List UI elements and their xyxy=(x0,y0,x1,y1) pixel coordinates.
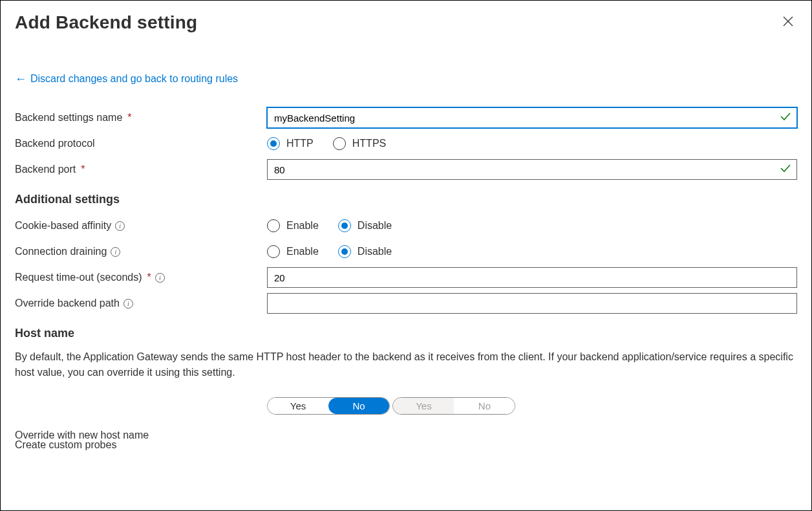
radio-disable-label: Disable xyxy=(358,246,392,257)
toggle-yes-disabled: Yes xyxy=(393,398,454,414)
required-asterisk: * xyxy=(81,164,85,175)
required-asterisk: * xyxy=(127,112,131,124)
heading-additional-settings: Additional settings xyxy=(15,193,797,206)
toggle-no-disabled: No xyxy=(454,398,515,414)
info-icon[interactable]: i xyxy=(155,273,165,283)
backend-protocol-radio-group: HTTP HTTPS xyxy=(267,137,386,150)
radio-dot-icon xyxy=(338,245,351,258)
info-icon[interactable]: i xyxy=(111,247,120,257)
request-timeout-input[interactable] xyxy=(267,267,797,288)
override-backend-path-input[interactable] xyxy=(267,293,797,314)
radio-enable-label: Enable xyxy=(286,246,319,257)
radio-https[interactable]: HTTPS xyxy=(333,137,386,150)
label-connection-draining: Connection draining xyxy=(15,246,107,257)
heading-host-name: Host name xyxy=(15,327,797,340)
hostname-description: By default, the Application Gateway send… xyxy=(15,349,797,380)
radio-http-label: HTTP xyxy=(286,138,314,149)
radio-dot-icon xyxy=(267,137,280,150)
label-override-backend-path: Override backend path xyxy=(15,298,120,309)
radio-http[interactable]: HTTP xyxy=(267,137,314,150)
radio-dot-icon xyxy=(267,245,280,258)
radio-https-label: HTTPS xyxy=(352,138,386,149)
radio-cookie-enable[interactable]: Enable xyxy=(267,219,319,232)
radio-disable-label: Disable xyxy=(358,220,392,232)
label-request-timeout: Request time-out (seconds) xyxy=(15,272,142,283)
close-button[interactable] xyxy=(779,12,797,30)
override-hostname-toggle: Yes No xyxy=(267,397,390,415)
cookie-affinity-radio-group: Enable Disable xyxy=(267,219,392,232)
backend-port-input[interactable] xyxy=(267,159,797,180)
radio-dot-icon xyxy=(267,219,280,232)
label-backend-port: Backend port xyxy=(15,164,76,175)
label-create-custom-probes: Create custom probes xyxy=(15,439,116,451)
radio-drain-enable[interactable]: Enable xyxy=(267,245,319,258)
radio-dot-icon xyxy=(333,137,346,150)
close-icon xyxy=(783,16,793,27)
toggle-yes[interactable]: Yes xyxy=(268,398,328,414)
discard-back-link[interactable]: ← Discard changes and go back to routing… xyxy=(15,73,238,85)
radio-drain-disable[interactable]: Disable xyxy=(338,245,392,258)
radio-enable-label: Enable xyxy=(286,220,319,232)
radio-cookie-disable[interactable]: Disable xyxy=(338,219,392,232)
back-link-text: Discard changes and go back to routing r… xyxy=(30,73,238,85)
label-backend-protocol: Backend protocol xyxy=(15,138,95,149)
required-asterisk: * xyxy=(147,272,151,283)
radio-dot-icon xyxy=(338,219,351,232)
panel-title: Add Backend setting xyxy=(15,12,197,33)
arrow-left-icon: ← xyxy=(15,73,27,85)
backend-settings-name-input[interactable] xyxy=(267,107,797,128)
label-cookie-affinity: Cookie-based affinity xyxy=(15,220,111,232)
toggle-no[interactable]: No xyxy=(328,398,389,414)
custom-probes-toggle: Yes No xyxy=(392,397,515,415)
info-icon[interactable]: i xyxy=(115,221,125,231)
info-icon[interactable]: i xyxy=(123,299,133,309)
label-backend-settings-name: Backend settings name xyxy=(15,112,122,124)
connection-draining-radio-group: Enable Disable xyxy=(267,245,392,258)
